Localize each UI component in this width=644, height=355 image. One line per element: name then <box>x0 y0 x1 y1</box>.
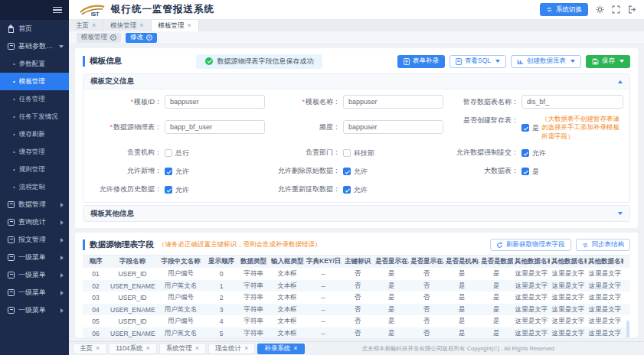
sidebar-item[interactable]: 报文管理 <box>0 231 69 249</box>
taskbar-tab[interactable]: 主页 <box>73 344 106 354</box>
sidebar-item[interactable]: 首页 <box>0 20 69 37</box>
collapse-icon[interactable] <box>618 80 623 83</box>
close-icon[interactable] <box>146 345 150 352</box>
close-icon[interactable] <box>293 345 297 352</box>
table-cell: 否 <box>342 291 374 304</box>
table-row[interactable]: 02USER_ENAME用户英文名1字符串文本框--否是否是是这里是文字这里是文… <box>83 280 630 292</box>
gear-icon[interactable] <box>596 5 604 14</box>
sidebar-item[interactable]: 基础参数配置 <box>0 37 69 55</box>
sidebar-item[interactable]: 缓存刷新 <box>0 125 69 143</box>
sync-icon <box>582 242 589 249</box>
table-row[interactable]: 06USER_ENAME用户英文名5字符串文本框--否是否是是这里是文字这里是文… <box>83 327 630 337</box>
close-icon[interactable] <box>92 22 96 29</box>
create-temp-table-checkbox[interactable] <box>521 124 529 132</box>
column-header[interactable]: 显示顺序 <box>205 256 237 268</box>
sidebar-item[interactable]: 一级菜单 <box>0 301 69 319</box>
column-header[interactable]: 字段名称 <box>109 256 156 268</box>
sidebar-item[interactable]: 数据管理 <box>0 196 69 213</box>
force-submit-checkbox[interactable] <box>521 149 529 157</box>
nav-tab[interactable]: 主页 <box>69 20 103 31</box>
sidebar-item[interactable]: 一级菜单 <box>0 284 69 301</box>
close-icon[interactable] <box>139 22 143 29</box>
column-header[interactable]: 是否显示在... <box>374 256 409 268</box>
big-table-checkbox[interactable] <box>521 168 529 175</box>
column-header[interactable]: 其他数据名称 <box>550 256 587 268</box>
column-header[interactable]: 是否是机构... <box>444 256 479 268</box>
sidebar-item[interactable]: 任务下发情况 <box>0 108 69 125</box>
sidebar-item[interactable]: 模板管理 <box>0 73 69 90</box>
table-cell: -- <box>305 291 342 304</box>
sync-structure-button[interactable]: 同步表结构 <box>576 239 631 251</box>
table-cell: USER_ENAME <box>109 280 156 292</box>
nav-tab[interactable]: 模块管理 <box>103 20 151 31</box>
column-header[interactable]: 字典KEY/日... <box>305 256 342 268</box>
refresh-fields-button[interactable]: 刷新获取物理表字段 <box>490 239 571 251</box>
allow-modify-history-checkbox[interactable] <box>165 186 172 194</box>
panel-actions: 表单补录 查看SQL 创建数据库表 保存 <box>397 55 630 68</box>
table-row[interactable]: 01USER_ID用户编号0字符串文本框--否是否是是这里是文字这里是文字这里是… <box>83 268 630 280</box>
datasource-table-input[interactable] <box>165 120 265 134</box>
temp-table-name-input[interactable] <box>521 95 623 109</box>
sidebar-item[interactable]: 流程定制 <box>0 178 69 196</box>
sidebar-item[interactable]: 缓存管理 <box>0 143 69 161</box>
column-header[interactable]: 顺序 <box>83 256 109 268</box>
taskbar-tab[interactable]: 1104系统 <box>109 344 157 354</box>
close-icon[interactable] <box>188 22 191 29</box>
sidebar-item[interactable]: 任务管理 <box>0 90 69 108</box>
create-table-button[interactable]: 创建数据库表 <box>511 55 581 68</box>
org-checkbox[interactable] <box>165 149 172 157</box>
table-row[interactable]: 03USER_ID用户编号2字符串文本框--否是否是是这里是文字这里是文字这里是… <box>83 291 630 304</box>
frequency-input[interactable] <box>343 120 443 134</box>
field-temp-table-name: 暂存数据表名称 <box>446 95 623 109</box>
template-id-input[interactable] <box>165 95 265 109</box>
dept-checkbox[interactable] <box>343 149 351 157</box>
field-big-table: 大数据表 是 <box>446 164 623 178</box>
column-header[interactable]: 其他数据名称 <box>513 256 550 268</box>
allow-re-extract-checkbox[interactable] <box>343 186 351 194</box>
close-icon[interactable] <box>110 34 116 41</box>
close-icon[interactable] <box>146 34 152 41</box>
sidebar-item-label: 模板管理 <box>19 77 45 86</box>
save-button[interactable]: 保存 <box>586 55 630 68</box>
taskbar-tab[interactable]: 补录系统 <box>257 344 304 354</box>
close-icon[interactable] <box>96 345 100 352</box>
column-header[interactable]: 主键标识 <box>342 256 374 268</box>
fullscreen-icon[interactable] <box>612 5 620 14</box>
taskbar-tab[interactable]: 系统管理 <box>159 344 206 354</box>
column-header[interactable]: 是否显示在... <box>409 256 444 268</box>
allow-delete-checkbox[interactable] <box>343 168 351 175</box>
system-switch-button[interactable]: 系统切换 <box>540 3 588 16</box>
close-icon[interactable] <box>244 345 248 352</box>
sidebar-item-label: 一级菜单 <box>18 305 46 315</box>
sidebar-item[interactable]: 一级菜单 <box>0 249 69 266</box>
column-header[interactable]: 字段中文名称 <box>156 256 205 268</box>
column-header[interactable]: 输入框类型 <box>270 256 305 268</box>
table-row[interactable]: 04USER_ENAME用户英文名3字符串文本框--否是否是是这里是文字这里是文… <box>83 304 630 316</box>
template-name-input[interactable] <box>343 95 443 109</box>
sidebar-item[interactable]: 查询统计 <box>0 213 69 231</box>
column-header[interactable]: 其他数据名称 <box>587 256 623 268</box>
vertical-scrollbar[interactable] <box>626 321 629 337</box>
table-cell: 字符串 <box>237 327 270 337</box>
nav-tab[interactable]: 模板管理 <box>152 20 199 31</box>
close-icon[interactable] <box>195 345 199 352</box>
taskbar-tab[interactable]: 现金统计 <box>208 344 255 354</box>
sidebar-item[interactable]: 规则管理 <box>0 161 69 178</box>
breadcrumb-chip-active[interactable]: 修改 <box>126 33 157 43</box>
sidebar-item[interactable]: 一级菜单 <box>0 266 69 284</box>
view-sql-button[interactable]: 查看SQL <box>449 55 506 68</box>
other-info-section-header[interactable]: 模板其他信息 <box>83 206 629 221</box>
column-header[interactable]: 数据类型 <box>237 256 270 268</box>
table-row[interactable]: 05USER_ID用户编号4字符串文本框--否是否是是这里是文字这里是文字这里是… <box>83 315 630 327</box>
table-cell <box>623 268 630 280</box>
form-entry-button[interactable]: 表单补录 <box>397 55 445 68</box>
collapse-menu-icon[interactable] <box>53 5 62 15</box>
allow-add-checkbox[interactable] <box>165 168 172 175</box>
sidebar-item[interactable]: 参数配置 <box>0 55 69 73</box>
logout-icon[interactable] <box>628 5 636 14</box>
expand-icon[interactable] <box>618 212 623 215</box>
column-header[interactable]: 是否是数据... <box>479 256 513 268</box>
column-header[interactable]: 其他数 <box>623 256 630 268</box>
breadcrumb-chip[interactable]: 模板管理 <box>77 33 121 43</box>
definition-section-header[interactable]: 模板定义信息 <box>83 74 629 90</box>
